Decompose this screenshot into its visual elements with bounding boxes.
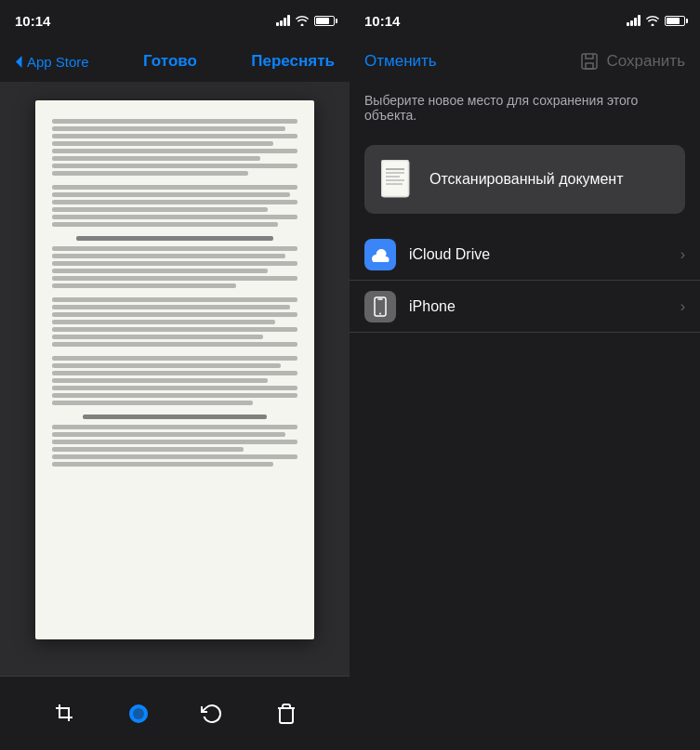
location-prompt: Выберите новое место для сохранения этог… — [350, 82, 700, 138]
left-back-label: App Store — [27, 54, 89, 70]
rotate-button[interactable] — [198, 700, 226, 728]
document-viewer — [0, 82, 350, 676]
delete-button[interactable] — [271, 700, 299, 728]
svg-rect-4 — [383, 162, 407, 195]
svg-rect-2 — [582, 54, 597, 69]
scanned-doc-button[interactable]: Отсканированный документ — [364, 145, 685, 214]
right-status-bar: 10:14 — [350, 0, 700, 41]
scanned-doc-label: Отсканированный документ — [429, 171, 623, 188]
icloud-chevron-icon: › — [680, 246, 685, 263]
iphone-item[interactable]: iPhone › — [350, 281, 700, 333]
wifi-icon — [295, 15, 310, 26]
icloud-icon — [364, 239, 396, 270]
icloud-label: iCloud Drive — [409, 246, 680, 263]
filter-button[interactable] — [125, 700, 152, 728]
right-battery-icon — [665, 16, 685, 26]
right-status-icons — [627, 15, 685, 26]
crop-button[interactable] — [51, 700, 79, 728]
right-time: 10:14 — [364, 13, 400, 29]
cancel-button[interactable]: Отменить — [364, 52, 437, 71]
left-panel: 10:14 App Store Готово Перес — [0, 0, 350, 750]
storage-list: iCloud Drive › iPhone › — [350, 229, 700, 333]
left-time: 10:14 — [15, 13, 50, 29]
iphone-chevron-icon: › — [680, 298, 685, 315]
iphone-label: iPhone — [409, 298, 680, 315]
icloud-drive-item[interactable]: iCloud Drive › — [350, 229, 700, 281]
right-signal-icon — [627, 15, 641, 26]
document-page — [35, 100, 314, 639]
save-icon — [579, 51, 600, 72]
right-panel: 10:14 Отменить — [350, 0, 700, 750]
ready-button[interactable]: Готово — [143, 52, 197, 71]
battery-icon — [314, 16, 335, 26]
save-button-group: Сохранить — [579, 51, 685, 72]
right-content: Выберите новое место для сохранения этог… — [350, 82, 700, 750]
signal-icon — [276, 15, 290, 26]
save-label[interactable]: Сохранить — [607, 52, 685, 71]
left-toolbar — [0, 676, 350, 750]
retake-button[interactable]: Переснять — [251, 52, 335, 71]
document-icon — [379, 158, 416, 201]
left-nav-bar: App Store Готово Переснять — [0, 41, 350, 82]
svg-point-12 — [379, 312, 381, 314]
svg-point-1 — [133, 708, 144, 719]
right-wifi-icon — [645, 15, 660, 26]
chevron-left-icon — [15, 55, 23, 69]
left-back-button[interactable]: App Store — [15, 54, 89, 70]
left-status-icons — [276, 15, 335, 26]
iphone-icon — [364, 291, 396, 322]
right-nav-bar: Отменить Сохранить — [350, 41, 700, 82]
right-nav-actions: Сохранить — [579, 51, 685, 72]
left-status-bar: 10:14 — [0, 0, 350, 41]
scanned-doc-section: Отсканированный документ — [350, 138, 700, 221]
